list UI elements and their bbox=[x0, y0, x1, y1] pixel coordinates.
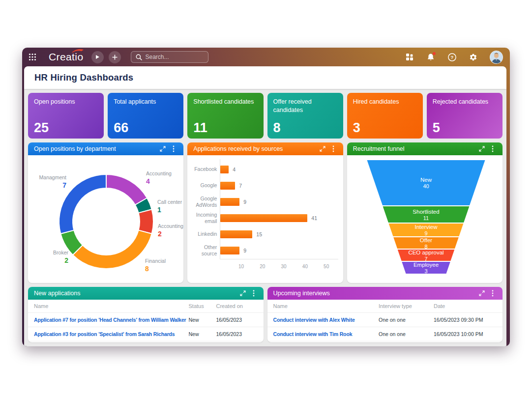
cell-status: New bbox=[189, 331, 216, 337]
kpi-card-rejected-candidates[interactable]: Rejected candidates5 bbox=[427, 93, 502, 139]
record-link[interactable]: Conduct interview with Alex White bbox=[273, 317, 379, 323]
topbar: Creatio Search... bbox=[22, 48, 510, 66]
panel-menu-button[interactable] bbox=[489, 145, 497, 153]
panel-menu-button[interactable] bbox=[329, 145, 337, 153]
panel-applications-by-sources: Applications received by sources Faceboo… bbox=[187, 142, 343, 283]
funnel-stage-label: Offer bbox=[419, 237, 432, 243]
table-header-row: NameInterview typeDate bbox=[267, 300, 503, 312]
settings-button[interactable] bbox=[469, 53, 477, 61]
bar-facebook-4[interactable] bbox=[220, 166, 229, 173]
bar-value-label: 41 bbox=[311, 215, 317, 221]
expand-panel-button[interactable] bbox=[478, 289, 486, 297]
kpi-card-shortlisted-candidates[interactable]: Shortlisted candidates11 bbox=[187, 93, 263, 139]
expand-panel-button[interactable] bbox=[319, 145, 326, 153]
panel-header: Applications received by sources bbox=[187, 142, 343, 155]
donut-label-value: 8 bbox=[145, 265, 166, 274]
bar-value-label: 4 bbox=[233, 167, 236, 172]
panel-recruitment-funnel: Recruitment funnel New40Shortlisted11Int… bbox=[347, 142, 502, 283]
creatio-logo[interactable]: Creatio bbox=[49, 51, 84, 63]
panel-menu-button[interactable] bbox=[250, 289, 258, 297]
donut-slice-accounting-2[interactable] bbox=[139, 209, 153, 234]
search-icon bbox=[136, 54, 142, 60]
cell-created-on: 16/05/2023 bbox=[216, 317, 258, 323]
panel-open-positions-by-department: Open positions by department Accounting4… bbox=[28, 142, 183, 283]
funnel-stage-label: CEO approval bbox=[408, 250, 443, 255]
table-row: Conduct interview with Alex WhiteOne on … bbox=[267, 312, 503, 327]
donut-slice-financial-8[interactable] bbox=[73, 230, 152, 269]
expand-panel-button[interactable] bbox=[239, 289, 247, 297]
tables-row: New applications NameStatusCreated onApp… bbox=[28, 287, 502, 342]
bar-category-label: Other source bbox=[187, 245, 217, 256]
grid-dots-icon bbox=[29, 53, 36, 61]
funnel-stage-value: 8 bbox=[424, 244, 427, 250]
panel-menu-button[interactable] bbox=[170, 145, 177, 153]
new-applications-table: NameStatusCreated onApplication #7 for p… bbox=[28, 300, 264, 342]
donut-label-value: 2 bbox=[158, 230, 183, 239]
bar-other-source-9[interactable] bbox=[220, 247, 239, 254]
add-button[interactable] bbox=[109, 51, 121, 63]
svg-text:?: ? bbox=[450, 55, 453, 60]
bar-value-label: 15 bbox=[256, 231, 262, 237]
table-row: Application #7 for position 'Head Channe… bbox=[28, 312, 264, 327]
page-title: HR Hiring Dashboards bbox=[34, 72, 133, 83]
charts-row: Open positions by department Accounting4… bbox=[28, 142, 502, 283]
app-launcher-icon[interactable] bbox=[28, 53, 37, 61]
panel-header: Open positions by department bbox=[28, 142, 183, 155]
panel-new-applications: New applications NameStatusCreated onApp… bbox=[28, 287, 264, 342]
kpi-value: 5 bbox=[433, 120, 440, 136]
kpi-card-open-positions[interactable]: Open positions25 bbox=[28, 93, 104, 139]
donut-label-accounting: Accounting2 bbox=[158, 223, 183, 239]
kpi-card-hired-candidates[interactable]: Hired candidates3 bbox=[347, 93, 423, 139]
record-link[interactable]: Conduct interview with Tim Rook bbox=[273, 331, 379, 337]
expand-panel-button[interactable] bbox=[478, 145, 486, 153]
panel-title: Upcoming interviews bbox=[273, 290, 475, 297]
donut-label-text: Accounting bbox=[146, 170, 172, 177]
table-header-row: NameStatusCreated on bbox=[28, 300, 264, 312]
donut-label-financial: Financial8 bbox=[145, 258, 166, 274]
kpi-card-total-applicants[interactable]: Total applicants66 bbox=[108, 93, 183, 139]
bar-category-label: Facebook bbox=[187, 164, 217, 175]
panel-title: New applications bbox=[34, 290, 236, 297]
bar-chart: Facebook4Google7Google AdWords9Incoming … bbox=[187, 155, 343, 283]
question-mark-icon: ? bbox=[448, 53, 456, 61]
search-input[interactable]: Search... bbox=[131, 51, 208, 63]
funnel-stage-new-40[interactable] bbox=[367, 160, 485, 205]
donut-label-text: Broker bbox=[29, 250, 68, 256]
bar-google-adwords-9[interactable] bbox=[220, 198, 239, 206]
panel-header: Recruitment funnel bbox=[347, 142, 502, 155]
panel-menu-button[interactable] bbox=[489, 289, 497, 297]
dashboard-grid: Open positions25Total applicants66Shortl… bbox=[24, 89, 506, 346]
kpi-label: Shortlisted candidates bbox=[193, 98, 257, 106]
workplace-grid-icon bbox=[406, 53, 414, 61]
notifications-button[interactable] bbox=[426, 53, 435, 61]
cell-date: 16/05/2023 10:00 PM bbox=[434, 331, 497, 337]
user-avatar[interactable] bbox=[490, 51, 503, 64]
run-process-button[interactable] bbox=[91, 51, 104, 63]
column-header-interview-type: Interview type bbox=[379, 303, 434, 309]
donut-svg bbox=[57, 172, 155, 271]
donut-label-text: Call center bbox=[157, 199, 182, 205]
kpi-value: 11 bbox=[193, 120, 207, 136]
bar-linkedin-15[interactable] bbox=[220, 230, 252, 238]
content-area: HR Hiring Dashboards Open positions25Tot… bbox=[24, 66, 506, 346]
kpi-card-offer-received-candidates[interactable]: Offer received candidates8 bbox=[267, 93, 343, 139]
record-link[interactable]: Application #7 for position 'Head Channe… bbox=[34, 317, 189, 323]
donut-label-accounting: Accounting4 bbox=[146, 170, 172, 186]
donut-slice-accounting-4[interactable] bbox=[106, 174, 147, 205]
kpi-value: 8 bbox=[273, 120, 281, 136]
panel-title: Recruitment funnel bbox=[353, 145, 475, 152]
bar-google-7[interactable] bbox=[220, 182, 235, 190]
panel-title: Open positions by department bbox=[34, 145, 156, 152]
funnel-stage-value: 11 bbox=[423, 215, 428, 221]
kpi-label: Hired candidates bbox=[353, 98, 417, 106]
expand-panel-button[interactable] bbox=[159, 145, 167, 153]
help-button[interactable]: ? bbox=[447, 53, 456, 61]
funnel-svg: New40Shortlisted11Interview9Offer8CEO ap… bbox=[347, 157, 502, 281]
table-row: Application #3 for position 'Specialist'… bbox=[28, 327, 264, 341]
creatio-logo-swoosh-icon bbox=[71, 48, 84, 53]
cell-interview-type: One on one bbox=[379, 317, 434, 323]
bar-incoming-email-41[interactable] bbox=[220, 214, 307, 222]
record-link[interactable]: Application #3 for position 'Specialist'… bbox=[34, 331, 189, 337]
bar-category-label: Linkedin bbox=[187, 228, 217, 240]
workplaces-icon[interactable] bbox=[405, 53, 414, 61]
